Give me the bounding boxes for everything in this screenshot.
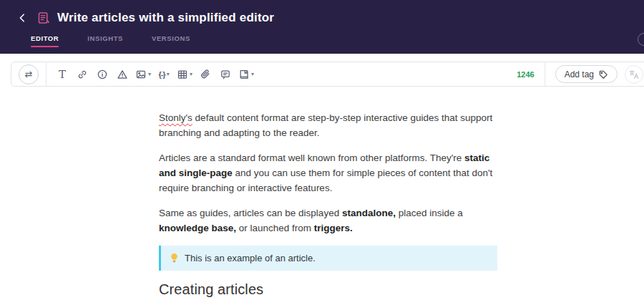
section-heading: Creating articles: [159, 282, 497, 297]
editor-toolbar: ⇄ T: [11, 62, 644, 87]
paragraph: Articles are a standard format well know…: [159, 150, 497, 195]
link-button[interactable]: [74, 66, 91, 83]
table-icon: [177, 69, 188, 80]
translate-icon: [628, 69, 640, 80]
chevron-down-icon: ▾: [167, 71, 170, 77]
image-icon: [135, 69, 147, 80]
editor-canvas[interactable]: Stonly's default content format are step…: [0, 87, 644, 305]
info-icon: [97, 69, 108, 80]
code-icon: {-}: [158, 70, 165, 79]
warning-block-button[interactable]: [114, 66, 131, 83]
toolbar-divider: [46, 62, 47, 87]
text-style-button[interactable]: T: [54, 66, 71, 83]
tab-insights[interactable]: INSIGHTS: [87, 34, 123, 47]
tab-editor[interactable]: EDITOR: [31, 34, 59, 47]
note-button[interactable]: [217, 66, 234, 83]
book-icon: [238, 69, 250, 80]
callout-block: This is an example of an article.: [159, 246, 497, 271]
lightbulb-icon: [170, 253, 179, 263]
swap-format-button[interactable]: ⇄: [19, 64, 39, 84]
info-block-button[interactable]: [94, 66, 111, 83]
page-title: Write articles with a simplified editor: [57, 11, 274, 25]
header-tabs: EDITOR INSIGHTS VERSIONS: [31, 34, 644, 47]
chevron-down-icon: ▾: [148, 71, 151, 77]
attachment-button[interactable]: [197, 66, 214, 83]
tab-versions[interactable]: VERSIONS: [152, 34, 190, 47]
char-count: 1246: [517, 70, 534, 79]
note-icon: [220, 69, 231, 80]
swap-icon: ⇄: [25, 69, 33, 79]
toolbar-icon-group: T: [54, 66, 255, 83]
app-header: Write articles with a simplified editor …: [0, 0, 644, 54]
chevron-left-icon: [17, 13, 27, 23]
add-tag-button[interactable]: Add tag: [555, 65, 618, 83]
back-button[interactable]: [13, 9, 31, 27]
text-style-icon: T: [59, 68, 66, 81]
link-icon: [77, 69, 88, 80]
callout-text: This is an example of an article.: [185, 251, 316, 266]
warning-icon: [117, 69, 128, 80]
chevron-down-icon: ▾: [251, 71, 254, 77]
article-doc-icon: [37, 11, 50, 24]
image-button[interactable]: ▾: [134, 66, 152, 83]
article-body: Stonly's default content format are step…: [159, 110, 497, 305]
add-tag-label: Add tag: [565, 69, 594, 79]
toolbar-area: ⇄ T: [0, 54, 644, 87]
paragraph: Same as guides, articles can be displaye…: [159, 205, 497, 236]
toolbar-divider: [545, 62, 545, 87]
table-button[interactable]: ▾: [175, 66, 194, 83]
chevron-down-icon: ▾: [190, 71, 192, 77]
translate-button[interactable]: [625, 65, 643, 84]
paragraph: Stonly's default content format are step…: [159, 110, 497, 140]
code-snippet-button[interactable]: {-} ▾: [155, 66, 172, 83]
tag-icon: [598, 69, 608, 79]
attachment-icon: [200, 69, 211, 80]
glossary-button[interactable]: ▾: [237, 66, 255, 83]
